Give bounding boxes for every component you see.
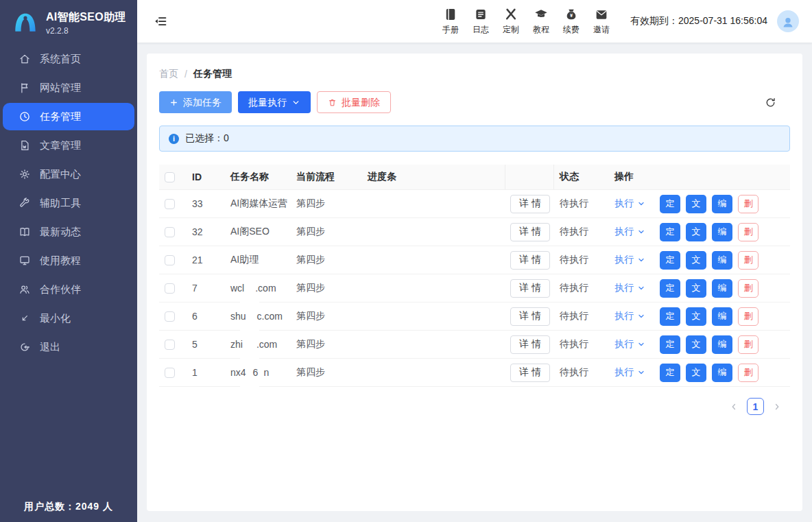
cell-status: 待执行 bbox=[554, 366, 609, 379]
sidebar-item-assist-tools[interactable]: 辅助工具 bbox=[3, 189, 134, 217]
sidebar-item-site-management[interactable]: 网站管理 bbox=[3, 74, 134, 102]
avatar[interactable] bbox=[777, 10, 799, 32]
execute-dropdown[interactable]: 执行 bbox=[614, 366, 645, 379]
sidebar-item-tutorial[interactable]: 使用教程 bbox=[3, 247, 134, 274]
quick-link-renew[interactable]: ¥续费 bbox=[556, 8, 586, 36]
quick-link-customize[interactable]: 定制 bbox=[496, 8, 526, 36]
action-button-schedule[interactable]: 定 bbox=[660, 223, 680, 241]
detail-button[interactable]: 详 情 bbox=[510, 251, 550, 270]
execute-dropdown[interactable]: 执行 bbox=[614, 254, 645, 266]
quick-link-tutorials[interactable]: 教程 bbox=[526, 8, 556, 36]
row-checkbox[interactable] bbox=[165, 227, 175, 237]
cell-current-step: 第四步 bbox=[291, 366, 362, 379]
detail-button[interactable]: 详 情 bbox=[510, 364, 550, 382]
add-task-button[interactable]: 添加任务 bbox=[159, 91, 232, 113]
sidebar-item-minimize[interactable]: 最小化 bbox=[3, 305, 134, 332]
collapse-menu-icon[interactable] bbox=[154, 14, 167, 28]
detail-button[interactable]: 详 情 bbox=[510, 279, 550, 298]
quick-link-logs[interactable]: 日志 bbox=[466, 8, 496, 36]
trash-icon bbox=[328, 98, 337, 107]
action-button-schedule[interactable]: 定 bbox=[660, 251, 680, 270]
sidebar-item-home[interactable]: 系统首页 bbox=[3, 45, 134, 73]
cell-id: 1 bbox=[187, 367, 225, 378]
detail-button[interactable]: 详 情 bbox=[510, 335, 550, 354]
action-button-edit[interactable]: 编 bbox=[712, 195, 732, 213]
execute-dropdown[interactable]: 执行 bbox=[614, 282, 645, 294]
breadcrumb-home[interactable]: 首页 bbox=[159, 68, 178, 80]
cell-detail: 详 情 bbox=[505, 364, 554, 382]
action-button-delete[interactable]: 删 bbox=[738, 251, 759, 270]
action-button-edit[interactable]: 编 bbox=[712, 307, 732, 326]
row-checkbox[interactable] bbox=[165, 340, 175, 350]
pagination: 1 bbox=[159, 398, 790, 415]
sidebar-item-partners[interactable]: 合作伙伴 bbox=[3, 276, 134, 303]
action-button-schedule[interactable]: 定 bbox=[660, 279, 680, 298]
execute-dropdown[interactable]: 执行 bbox=[614, 310, 645, 322]
action-button-edit[interactable]: 编 bbox=[712, 335, 732, 354]
action-button-delete[interactable]: 删 bbox=[738, 195, 759, 213]
row-checkbox[interactable] bbox=[165, 199, 175, 209]
action-button-article[interactable]: 文 bbox=[686, 195, 706, 213]
quick-link-manual[interactable]: 手册 bbox=[435, 8, 466, 36]
sidebar-item-article-management[interactable]: 文章管理 bbox=[3, 132, 134, 159]
quick-links: 手册日志定制教程¥续费邀请 bbox=[435, 8, 617, 36]
batch-delete-button[interactable]: 批量删除 bbox=[317, 91, 391, 113]
add-task-label: 添加任务 bbox=[183, 97, 222, 107]
sidebar-item-task-management[interactable]: 任务管理 bbox=[3, 103, 134, 130]
prev-page-icon[interactable] bbox=[729, 402, 739, 412]
selection-bar: i 已选择：0 bbox=[159, 126, 790, 152]
action-button-schedule[interactable]: 定 bbox=[660, 307, 680, 326]
row-checkbox[interactable] bbox=[165, 283, 175, 294]
cell-current-step: 第四步 bbox=[291, 282, 362, 294]
table-header: ID 任务名称 当前流程 进度条 状态 操作 bbox=[159, 165, 790, 190]
action-button-delete[interactable]: 删 bbox=[738, 223, 759, 241]
sidebar-item-label: 最小化 bbox=[40, 312, 71, 325]
row-checkbox[interactable] bbox=[165, 368, 175, 378]
detail-button[interactable]: 详 情 bbox=[510, 307, 550, 326]
execute-dropdown[interactable]: 执行 bbox=[614, 338, 645, 351]
action-button-edit[interactable]: 编 bbox=[712, 364, 732, 382]
action-button-delete[interactable]: 删 bbox=[738, 335, 759, 354]
task-table-body: 33AI阁媒体运营第四步详 情待执行执行定文编删32AI阁SEO第四步详 情待执… bbox=[159, 190, 790, 387]
users-icon bbox=[19, 283, 31, 296]
action-button-edit[interactable]: 编 bbox=[712, 279, 732, 298]
sidebar-item-config-center[interactable]: 配置中心 bbox=[3, 161, 134, 188]
sidebar-item-latest-news[interactable]: 最新动态 bbox=[3, 218, 134, 246]
cell-task-name: AI阁SEO bbox=[225, 226, 291, 238]
execute-dropdown[interactable]: 执行 bbox=[614, 226, 645, 238]
action-button-schedule[interactable]: 定 bbox=[660, 335, 680, 354]
checkbox-cell bbox=[159, 311, 187, 322]
action-button-article[interactable]: 文 bbox=[686, 307, 706, 326]
row-checkbox[interactable] bbox=[165, 311, 175, 322]
detail-button[interactable]: 详 情 bbox=[510, 223, 550, 241]
row-checkbox[interactable] bbox=[165, 255, 175, 265]
detail-button[interactable]: 详 情 bbox=[510, 195, 550, 213]
action-button-delete[interactable]: 删 bbox=[738, 279, 759, 298]
action-button-article[interactable]: 文 bbox=[686, 335, 706, 354]
quick-link-invite[interactable]: 邀请 bbox=[586, 8, 617, 36]
checkbox-cell bbox=[159, 254, 187, 266]
action-button-article[interactable]: 文 bbox=[686, 223, 706, 241]
page-number[interactable]: 1 bbox=[747, 398, 764, 415]
quick-link-label: 邀请 bbox=[593, 24, 610, 36]
sidebar-item-exit[interactable]: 退出 bbox=[3, 333, 134, 361]
action-button-article[interactable]: 文 bbox=[686, 279, 706, 298]
action-button-edit[interactable]: 编 bbox=[712, 223, 732, 241]
log-icon bbox=[474, 8, 488, 21]
action-button-article[interactable]: 文 bbox=[686, 251, 706, 270]
action-button-schedule[interactable]: 定 bbox=[660, 364, 680, 382]
task-name-text: nx4 bbox=[230, 367, 246, 378]
action-button-article[interactable]: 文 bbox=[686, 364, 706, 382]
action-button-delete[interactable]: 删 bbox=[738, 307, 759, 326]
action-button-edit[interactable]: 编 bbox=[712, 251, 732, 270]
flag-icon bbox=[19, 82, 31, 94]
action-button-delete[interactable]: 删 bbox=[738, 364, 759, 382]
gear-icon bbox=[19, 168, 31, 180]
action-button-schedule[interactable]: 定 bbox=[660, 195, 680, 213]
refresh-icon[interactable] bbox=[765, 97, 776, 108]
batch-execute-button[interactable]: 批量执行 bbox=[238, 91, 311, 113]
next-page-icon[interactable] bbox=[772, 402, 782, 412]
execute-dropdown[interactable]: 执行 bbox=[614, 198, 645, 210]
col-header-id: ID bbox=[187, 171, 225, 182]
select-all-checkbox[interactable] bbox=[165, 172, 175, 182]
